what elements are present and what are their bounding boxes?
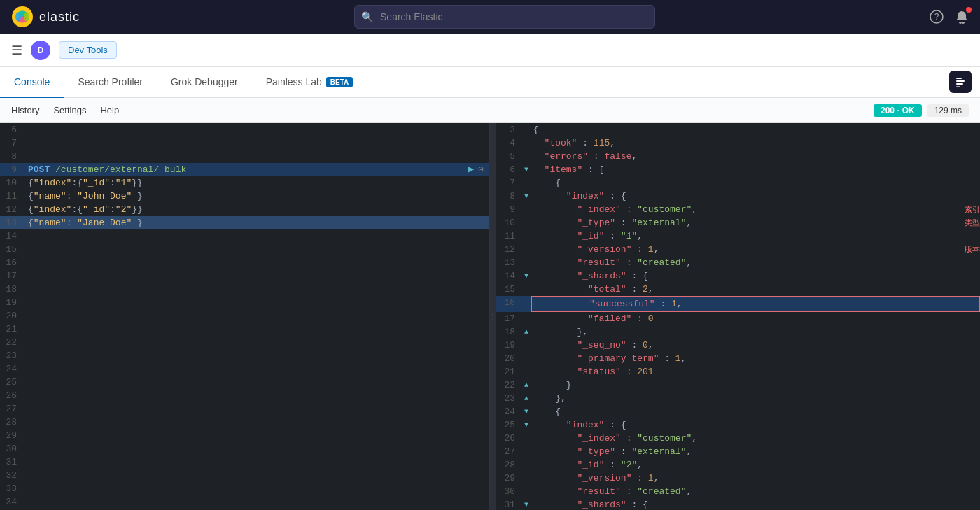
status-ok-badge: 200 - OK — [874, 104, 922, 117]
output-line-15: 15 "total" : 2, — [496, 283, 980, 296]
editor-line-23: 23 — [0, 349, 489, 362]
editor-line-33: 33 — [0, 482, 489, 495]
output-line-11: 11 "_id" : "1", — [496, 229, 980, 243]
editor-line-15: 15 — [0, 243, 489, 256]
editor-line-32: 32 — [0, 469, 489, 482]
output-line-6: 6 ▼ "items" : [ — [496, 163, 980, 176]
editor-panel[interactable]: 6 7 8 9 POST /customer/external/_bulk ▶ … — [0, 123, 490, 510]
output-line-29: 29 "_version" : 1, — [496, 472, 980, 485]
tab-grok-debugger[interactable]: Grok Debugger — [157, 67, 252, 98]
output-line-18: 18 ▲ }, — [496, 325, 980, 339]
editor-line-25: 25 — [0, 376, 489, 389]
output-line-5: 5 "errors" : false, — [496, 150, 980, 163]
svg-rect-7 — [956, 78, 962, 79]
output-line-17: 17 "failed" : 0 — [496, 312, 980, 325]
svg-point-4 — [24, 13, 29, 22]
help-icon[interactable]: ? — [930, 10, 944, 24]
editor-line-10: 10 {"index":{"_id":"1"}} — [0, 176, 489, 190]
editor-line-18: 18 — [0, 283, 489, 296]
output-line-9: 9 "_index" : "customer", 索引 — [496, 203, 980, 216]
editor-line-28: 28 — [0, 416, 489, 429]
editor-line-7: 7 — [0, 136, 489, 150]
output-line-19: 19 "_seq_no" : 0, — [496, 339, 980, 352]
search-input[interactable] — [354, 5, 655, 29]
output-line-23: 23 ▲ }, — [496, 392, 980, 405]
user-avatar[interactable]: D — [31, 41, 50, 60]
editor-line-6: 6 — [0, 123, 489, 136]
settings-button[interactable]: Settings — [53, 105, 86, 115]
toolbar: History Settings Help 200 - OK 129 ms — [0, 98, 980, 123]
output-line-24: 24 ▼ { — [496, 405, 980, 418]
editor-line-16: 16 — [0, 256, 489, 269]
output-line-3: 3 { — [496, 123, 980, 136]
annotation-version: 版本 — [965, 243, 980, 256]
output-line-22: 22 ▲ } — [496, 378, 980, 392]
tab-painless-lab[interactable]: Painless Lab true BETA — [252, 67, 368, 98]
notification-badge — [966, 7, 972, 13]
dev-tools-button[interactable]: Dev Tools — [59, 41, 117, 59]
editor-line-14: 14 — [0, 229, 489, 243]
editor-line-22: 22 — [0, 336, 489, 349]
logo-area: elastic — [11, 6, 80, 28]
editor-line-30: 30 — [0, 442, 489, 455]
elastic-logo[interactable]: elastic — [11, 6, 80, 28]
output-line-21: 21 "status" : 201 — [496, 365, 980, 378]
output-line-26: 26 "_index" : "customer", — [496, 432, 980, 445]
copy-button[interactable]: ⊙ — [478, 163, 484, 176]
output-line-16: 16 "successful" : 1, — [496, 296, 980, 312]
run-button[interactable]: ▶ — [468, 163, 474, 176]
annotation-type: 类型 — [965, 216, 980, 229]
elastic-text: elastic — [39, 10, 80, 24]
docs-icon[interactable] — [949, 71, 972, 93]
output-line-28: 28 "_id" : "2", — [496, 458, 980, 472]
panel-divider[interactable]: ⋮ — [490, 123, 496, 510]
annotation-index: 索引 — [965, 203, 980, 216]
svg-text:?: ? — [934, 12, 939, 22]
output-line-25: 25 ▼ "index" : { — [496, 418, 980, 432]
output-line-10: 10 "_type" : "external", 类型 — [496, 216, 980, 229]
output-line-14: 14 ▼ "_shards" : { — [496, 269, 980, 283]
output-line-12: 12 "_version" : 1, 版本 — [496, 243, 980, 256]
editor-line-11: 11 {"name": "John Doe" } — [0, 190, 489, 203]
svg-rect-8 — [956, 80, 965, 82]
editor-line-17: 17 — [0, 269, 489, 283]
tabs-bar: Console Search Profiler Grok Debugger Pa… — [0, 67, 980, 98]
editor-line-12: 12 {"index":{"_id":"2"}} — [0, 203, 489, 216]
output-line-7: 7 { — [496, 176, 980, 190]
editor-actions: ▶ ⊙ — [468, 163, 489, 176]
editor-line-26: 26 — [0, 389, 489, 402]
editor-line-19: 19 — [0, 296, 489, 309]
output-line-31: 31 ▼ "_shards" : { — [496, 498, 980, 510]
editor-line-31: 31 — [0, 455, 489, 469]
editor-line-24: 24 — [0, 362, 489, 376]
main-content: 6 7 8 9 POST /customer/external/_bulk ▶ … — [0, 123, 980, 510]
output-line-20: 20 "_primary_term" : 1, — [496, 352, 980, 365]
editor-line-20: 20 — [0, 309, 489, 323]
svg-rect-9 — [956, 83, 963, 85]
nav-icons: ? — [930, 10, 969, 24]
search-icon: 🔍 — [361, 11, 373, 22]
tab-search-profiler[interactable]: Search Profiler — [64, 67, 157, 98]
tabs-right — [949, 71, 980, 93]
output-line-8: 8 ▼ "index" : { — [496, 190, 980, 203]
output-line-4: 4 "took" : 115, — [496, 136, 980, 150]
second-bar: ☰ D Dev Tools — [0, 34, 980, 67]
status-area: 200 - OK 129 ms — [874, 104, 969, 117]
svg-rect-10 — [956, 86, 960, 87]
output-line-13: 13 "result" : "created", — [496, 256, 980, 269]
svg-point-3 — [15, 13, 21, 22]
search-bar[interactable]: 🔍 — [354, 5, 655, 29]
editor-line-27: 27 — [0, 402, 489, 416]
editor-line-13: 13 {"name": "Jane Doe" } — [0, 216, 489, 229]
editor-line-21: 21 — [0, 323, 489, 336]
editor-line-29: 29 — [0, 429, 489, 442]
response-time-badge: 129 ms — [927, 104, 969, 117]
notification-icon[interactable] — [955, 10, 969, 24]
editor-line-9: 9 POST /customer/external/_bulk ▶ ⊙ — [0, 163, 489, 176]
output-panel[interactable]: 3 { 4 "took" : 115, 5 "errors" : false, … — [496, 123, 980, 510]
history-button[interactable]: History — [11, 105, 39, 115]
output-line-30: 30 "result" : "created", — [496, 485, 980, 498]
help-button[interactable]: Help — [100, 105, 119, 115]
hamburger-menu[interactable]: ☰ — [11, 43, 22, 58]
tab-console[interactable]: Console — [0, 67, 64, 98]
